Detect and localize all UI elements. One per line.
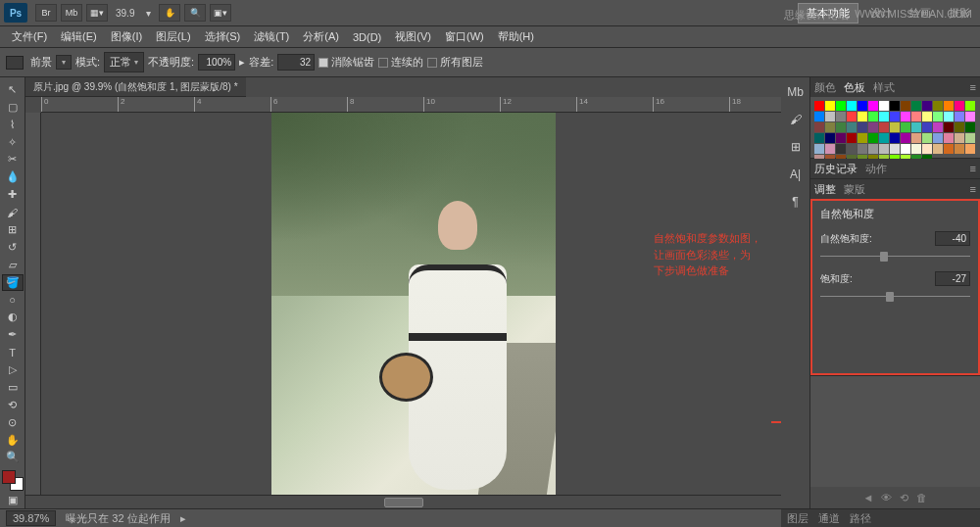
- swatch[interactable]: [879, 144, 889, 154]
- swatch[interactable]: [944, 101, 954, 111]
- swatch[interactable]: [847, 144, 857, 154]
- menu-analysis[interactable]: 分析(A): [297, 27, 345, 46]
- blur-tool[interactable]: ○: [2, 292, 24, 309]
- menu-edit[interactable]: 编辑(E): [55, 27, 103, 46]
- swatch[interactable]: [847, 101, 857, 111]
- quickmask-icon[interactable]: ▣: [2, 492, 24, 508]
- swatch[interactable]: [868, 144, 878, 154]
- swatch[interactable]: [879, 122, 889, 132]
- 3d-cam-tool[interactable]: ⊙: [2, 414, 24, 431]
- zoom-tool[interactable]: 🔍: [2, 450, 24, 466]
- opt-alllayers-check[interactable]: 所有图层: [427, 55, 483, 70]
- 3d-tool[interactable]: ⟲: [2, 397, 24, 413]
- tab-adjust[interactable]: 调整: [814, 182, 836, 197]
- swatch[interactable]: [901, 144, 910, 154]
- swatch[interactable]: [847, 133, 857, 143]
- saturation-input[interactable]: -27: [935, 271, 970, 286]
- swatch[interactable]: [890, 112, 900, 121]
- swatch[interactable]: [836, 122, 846, 132]
- screen-mode-icon[interactable]: ▣▾: [210, 4, 231, 22]
- path-tool[interactable]: ▷: [2, 361, 24, 378]
- swatch[interactable]: [890, 101, 900, 111]
- swatch[interactable]: [955, 112, 964, 121]
- pen-tool[interactable]: ✒: [2, 326, 24, 343]
- swatch[interactable]: [901, 133, 910, 143]
- tab-actions[interactable]: 动作: [865, 162, 887, 176]
- swatch[interactable]: [922, 144, 932, 154]
- opt-mode-select[interactable]: 正常▾: [104, 52, 144, 72]
- swatch[interactable]: [836, 112, 846, 121]
- wand-tool[interactable]: ✧: [2, 134, 24, 151]
- tab-swatches[interactable]: 色板: [844, 80, 865, 95]
- bridge-icon[interactable]: Br: [35, 4, 57, 22]
- menu-view[interactable]: 视图(V): [389, 27, 437, 46]
- vibrance-slider[interactable]: [820, 250, 970, 264]
- swatch[interactable]: [858, 122, 867, 132]
- swatch[interactable]: [868, 122, 878, 132]
- opt-contiguous-check[interactable]: 连续的: [378, 55, 423, 70]
- swatch[interactable]: [922, 122, 932, 132]
- ruler-vertical[interactable]: [25, 113, 41, 508]
- swatch[interactable]: [858, 144, 867, 154]
- delete-icon[interactable]: 🗑: [916, 492, 927, 503]
- heal-tool[interactable]: ✚: [2, 186, 24, 203]
- horizontal-scrollbar[interactable]: [25, 495, 781, 508]
- canvas[interactable]: 自然饱和度参数如图， 让画面色彩淡些，为 下步调色做准备: [41, 113, 781, 508]
- swatch[interactable]: [836, 133, 846, 143]
- swatch[interactable]: [911, 112, 921, 121]
- swatch[interactable]: [890, 144, 900, 154]
- swatch[interactable]: [901, 112, 910, 121]
- swatch[interactable]: [825, 122, 835, 132]
- move-tool[interactable]: ↖: [2, 81, 24, 98]
- swatch[interactable]: [814, 122, 824, 132]
- tab-mask[interactable]: 蒙版: [844, 182, 865, 197]
- mb-icon[interactable]: Mb: [61, 4, 82, 22]
- document-tab[interactable]: 原片.jpg @ 39.9% (自然饱和度 1, 图层蒙版/8) *: [25, 77, 246, 97]
- swatch[interactable]: [825, 144, 835, 154]
- opt-source-select[interactable]: ▾: [56, 55, 72, 70]
- panel-menu-icon[interactable]: ≡: [970, 81, 976, 93]
- tab-styles[interactable]: 样式: [873, 80, 895, 95]
- menu-file[interactable]: 文件(F): [6, 27, 53, 46]
- swatch[interactable]: [922, 112, 932, 121]
- swatch[interactable]: [879, 101, 889, 111]
- swatch[interactable]: [879, 112, 889, 121]
- swatch[interactable]: [868, 112, 878, 121]
- fg-bg-colors[interactable]: [2, 470, 24, 491]
- brush-panel-icon[interactable]: 🖌: [786, 113, 806, 130]
- zoom-percent[interactable]: 39.9: [116, 8, 134, 19]
- swatch[interactable]: [955, 133, 964, 143]
- swatch[interactable]: [836, 144, 846, 154]
- swatch[interactable]: [911, 133, 921, 143]
- opt-tolerance-input[interactable]: 32: [277, 54, 315, 71]
- tool-preset-icon[interactable]: [6, 56, 24, 70]
- prev-adjust-icon[interactable]: ◄: [863, 492, 874, 503]
- opt-opacity-input[interactable]: 100%: [198, 54, 235, 71]
- swatch[interactable]: [933, 133, 943, 143]
- swatch[interactable]: [858, 133, 867, 143]
- swatch[interactable]: [922, 101, 932, 111]
- swatch[interactable]: [922, 133, 932, 143]
- swatch[interactable]: [955, 101, 964, 111]
- swatch[interactable]: [944, 133, 954, 143]
- opt-antialias-check[interactable]: 消除锯齿: [318, 55, 374, 70]
- tab-history[interactable]: 历史记录: [814, 162, 858, 176]
- swatch[interactable]: [847, 112, 857, 121]
- swatch[interactable]: [814, 144, 824, 154]
- doc-arrange-icon[interactable]: ▦▾: [86, 4, 108, 22]
- para-panel-icon[interactable]: ¶: [786, 195, 806, 213]
- panel-menu-icon[interactable]: ≡: [970, 183, 976, 195]
- status-zoom[interactable]: 39.87%: [6, 510, 56, 526]
- swatch[interactable]: [836, 101, 846, 111]
- swatch[interactable]: [814, 112, 824, 121]
- panel-menu-icon[interactable]: ≡: [970, 163, 976, 174]
- mb-panel-icon[interactable]: Mb: [786, 85, 806, 103]
- hand-tool[interactable]: ✋: [2, 432, 24, 449]
- menu-filter[interactable]: 滤镜(T): [248, 27, 295, 46]
- zoom-icon[interactable]: 🔍: [184, 4, 206, 22]
- swatch[interactable]: [911, 144, 921, 154]
- swatch[interactable]: [933, 144, 943, 154]
- ruler-horizontal[interactable]: 024681012141618: [41, 97, 781, 113]
- swatch[interactable]: [858, 112, 867, 121]
- marquee-tool[interactable]: ▢: [2, 99, 24, 116]
